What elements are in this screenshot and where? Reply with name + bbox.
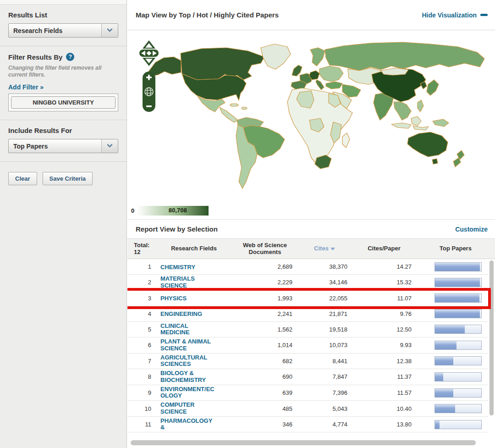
row-field-link[interactable]: PHYSICS bbox=[160, 295, 187, 302]
row-field-link[interactable]: PHARMACOLOGY & bbox=[160, 418, 216, 431]
top-papers-bar-fill bbox=[435, 341, 456, 349]
row-field-link[interactable]: ENVIRONMENT/ECOLOGY bbox=[160, 386, 216, 399]
map-region-indonesia[interactable] bbox=[413, 126, 429, 130]
zoom-out-icon[interactable] bbox=[146, 105, 152, 107]
row-cites-per-paper: 13.80 bbox=[352, 421, 416, 428]
row-cites-per-paper: 12.50 bbox=[352, 326, 416, 333]
map-region-scandinavia[interactable] bbox=[310, 48, 325, 66]
row-field-link[interactable]: PLANT & ANIMAL SCIENCE bbox=[160, 338, 216, 352]
table-row[interactable]: 11 PHARMACOLOGY & 346 4,774 13.80 bbox=[127, 417, 488, 433]
vertical-scrollbar[interactable] bbox=[490, 260, 494, 415]
row-cites: 4,774 bbox=[297, 421, 352, 428]
row-cites-per-paper: 11.07 bbox=[352, 295, 416, 302]
table-row[interactable]: 3 PHYSICS 1,993 22,055 11.07 bbox=[127, 291, 488, 306]
row-top-papers-cell bbox=[416, 325, 488, 334]
row-field-link[interactable]: BIOLOGY & BIOCHEMISTRY bbox=[160, 370, 216, 383]
map-region-australia[interactable] bbox=[407, 132, 448, 157]
scale-min-label: 0 bbox=[131, 207, 134, 214]
map-region-greenland[interactable] bbox=[261, 44, 291, 69]
map-region-indonesia[interactable] bbox=[391, 123, 411, 128]
map-region-canada[interactable] bbox=[181, 48, 264, 80]
top-papers-bar bbox=[434, 388, 482, 398]
map-region-caribbean[interactable] bbox=[242, 107, 247, 110]
table-row[interactable]: 10 COMPUTER SCIENCE 485 5,043 10.40 bbox=[127, 401, 488, 417]
table-row[interactable]: 2 MATERIALS SCIENCE 2,229 34,146 15.32 bbox=[127, 275, 488, 291]
hide-visualization-link[interactable]: Hide Visualization bbox=[422, 11, 488, 19]
horizontal-scrollbar[interactable] bbox=[131, 440, 476, 445]
map-region-mongolia[interactable] bbox=[381, 68, 408, 75]
filter-heading: Filter Results By bbox=[8, 53, 62, 61]
column-cites-sort[interactable]: Cites bbox=[297, 245, 352, 252]
map-region-se-asia[interactable] bbox=[394, 102, 411, 120]
active-filter-chip[interactable]: NINGBO UNIVERSITY bbox=[11, 96, 116, 109]
sort-descending-icon bbox=[330, 248, 335, 250]
map-region-philippines[interactable] bbox=[418, 100, 424, 112]
top-papers-bar bbox=[434, 293, 482, 303]
map-region-turkey[interactable] bbox=[326, 82, 342, 89]
results-list-dropdown[interactable]: Research Fields bbox=[8, 23, 118, 38]
customize-link[interactable]: Customize bbox=[455, 226, 488, 233]
row-rank: 6 bbox=[127, 342, 155, 348]
table-row[interactable]: 7 AGRICULTURAL SCIENCES 682 8,441 12.38 bbox=[127, 354, 488, 370]
row-field-link[interactable]: CHEMISTRY bbox=[160, 264, 195, 271]
map-region-new-zealand[interactable] bbox=[453, 158, 461, 167]
include-results-dropdown[interactable]: Top Papers bbox=[8, 139, 118, 153]
world-choropleth-map[interactable] bbox=[127, 30, 495, 205]
map-region-uk[interactable] bbox=[292, 65, 302, 76]
map-region-germany[interactable] bbox=[309, 71, 319, 80]
map-region-australia[interactable] bbox=[432, 159, 438, 164]
report-table-header: Total: 12 Research Fields Web of Science… bbox=[127, 239, 495, 259]
chevron-down-icon bbox=[101, 139, 118, 153]
map-region-caribbean[interactable] bbox=[230, 104, 238, 106]
row-field-link[interactable]: AGRICULTURAL SCIENCES bbox=[160, 354, 216, 368]
top-papers-bar bbox=[434, 325, 482, 334]
map-region-central-america[interactable] bbox=[220, 107, 238, 122]
help-icon[interactable]: ? bbox=[66, 53, 74, 61]
table-row[interactable]: 1 CHEMISTRY 2,689 38,370 14.27 bbox=[127, 259, 488, 275]
top-papers-bar-fill bbox=[435, 389, 453, 397]
column-cites-per-paper: Cites/Paper bbox=[352, 245, 416, 252]
row-rank: 1 bbox=[127, 263, 155, 270]
row-field-link[interactable]: MATERIALS SCIENCE bbox=[160, 276, 216, 289]
clear-button[interactable]: Clear bbox=[8, 172, 37, 185]
sidebar-buttons: Clear Save Criteria bbox=[0, 162, 126, 195]
row-top-papers-cell bbox=[416, 293, 488, 303]
map-region-japan[interactable] bbox=[427, 80, 439, 95]
table-row[interactable]: 9 ENVIRONMENT/ECOLOGY 639 7,396 11.57 bbox=[127, 385, 488, 401]
map-region-eastern-europe[interactable] bbox=[319, 66, 343, 82]
table-row[interactable]: 5 CLINICAL MEDICINE 1,562 19,518 12.50 bbox=[127, 322, 488, 338]
row-cites-per-paper: 14.27 bbox=[352, 263, 416, 270]
row-cites-per-paper: 11.37 bbox=[352, 373, 416, 380]
row-top-papers-cell bbox=[416, 420, 488, 429]
zoom-in-icon[interactable] bbox=[148, 75, 150, 80]
top-papers-bar-fill bbox=[435, 294, 479, 302]
row-field-link[interactable]: ENGINEERING bbox=[160, 311, 202, 318]
row-cites: 8,441 bbox=[297, 358, 352, 365]
map-region-indonesia[interactable] bbox=[411, 116, 421, 126]
map-color-scale: 0 80,708 bbox=[131, 206, 209, 216]
map-region-italy[interactable] bbox=[316, 80, 324, 90]
report-title: Report View by Selection bbox=[136, 225, 218, 233]
top-papers-bar-fill bbox=[435, 357, 453, 365]
map-region-russia[interactable] bbox=[325, 42, 484, 71]
row-field-link[interactable]: CLINICAL MEDICINE bbox=[160, 323, 216, 336]
map-region-iran[interactable] bbox=[342, 84, 361, 97]
filter-note: Changing the filter field removes all cu… bbox=[8, 65, 118, 78]
map-region-madagascar[interactable] bbox=[342, 133, 350, 148]
table-row[interactable]: 4 ENGINEERING 2,241 21,871 9.76 bbox=[127, 306, 488, 322]
table-row[interactable]: 8 BIOLOGY & BIOCHEMISTRY 690 7,847 11.37 bbox=[127, 369, 488, 385]
row-rank: 3 bbox=[127, 295, 155, 302]
map-region-new-guinea[interactable] bbox=[433, 119, 449, 127]
add-filter-link[interactable]: Add Filter » bbox=[8, 83, 44, 91]
row-docs: 346 bbox=[233, 421, 297, 428]
save-criteria-button[interactable]: Save Criteria bbox=[43, 172, 93, 185]
top-papers-bar bbox=[434, 404, 482, 413]
row-top-papers-cell bbox=[416, 309, 488, 318]
row-cites-per-paper: 9.76 bbox=[352, 310, 416, 317]
table-row[interactable]: 6 PLANT & ANIMAL SCIENCE 1,014 10,073 9.… bbox=[127, 337, 488, 354]
row-cites: 7,847 bbox=[297, 373, 352, 380]
row-docs: 690 bbox=[233, 373, 297, 380]
row-field-link[interactable]: COMPUTER SCIENCE bbox=[160, 402, 216, 415]
row-top-papers-cell bbox=[416, 341, 488, 350]
include-results-dropdown-value: Top Papers bbox=[9, 139, 101, 153]
